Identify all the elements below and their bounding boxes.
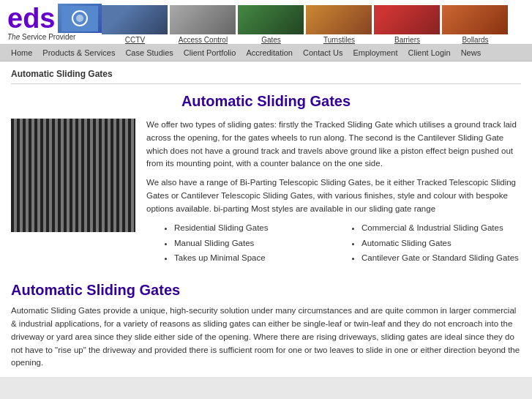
lower-section: Automatic Sliding Gates Automatic Slidin…: [11, 282, 521, 370]
header-label-bollards[interactable]: Bollards: [462, 36, 488, 44]
bullet-left-1: Residential Sliding Gates: [174, 222, 334, 235]
breadcrumb: Automatic Sliding Gates: [11, 69, 521, 84]
bullet-left-3: Takes up Minimal Space: [174, 252, 334, 265]
nav-case-studies[interactable]: Case Studies: [120, 47, 178, 59]
bullet-left-2: Manual Sliding Gates: [174, 237, 334, 250]
bullet-section: Residential Sliding Gates Manual Sliding…: [161, 222, 521, 267]
header-label-cctv[interactable]: CCTV: [125, 36, 145, 44]
header-label-turnstiles[interactable]: Turnstiles: [323, 36, 355, 44]
header-img-bollards[interactable]: Bollards: [442, 5, 508, 44]
gate-image: [11, 119, 135, 232]
header-img-gates[interactable]: Gates: [238, 5, 304, 44]
main-title: Automatic Sliding Gates: [11, 93, 521, 110]
nav-accreditation[interactable]: Accreditation: [241, 47, 298, 59]
header-label-gates[interactable]: Gates: [261, 36, 281, 44]
lower-title: Automatic Sliding Gates: [11, 282, 521, 299]
nav-contact-us[interactable]: Contact Us: [298, 47, 348, 59]
nav-employment[interactable]: Employment: [348, 47, 402, 59]
main-section: Automatic Sliding Gates We offer two typ…: [11, 93, 521, 267]
header-img-access[interactable]: Access Control: [170, 5, 236, 44]
bullet-right-3: Cantilever Gate or Standard Sliding Gate…: [361, 252, 521, 265]
nav-news[interactable]: News: [456, 47, 487, 59]
nav-home[interactable]: Home: [6, 47, 37, 59]
content-body: We offer two types of sliding gates: fir…: [11, 119, 521, 267]
header-img-cctv[interactable]: CCTV: [102, 5, 168, 44]
nav-client-login[interactable]: Client Login: [403, 47, 456, 59]
header-label-access[interactable]: Access Control: [179, 36, 228, 44]
svg-point-2: [76, 15, 83, 22]
page-content: Automatic Sliding Gates Automatic Slidin…: [0, 61, 532, 377]
bullet-col-right: Commercial & Industrial Sliding Gates Au…: [348, 222, 521, 267]
header-img-turnstiles[interactable]: Turnstiles: [306, 5, 372, 44]
nav-products[interactable]: Products & Services: [37, 47, 120, 59]
navigation: Home Products & Services Case Studies Cl…: [0, 45, 532, 61]
logo-image: [58, 4, 102, 33]
header-label-barriers[interactable]: Barriers: [394, 36, 420, 44]
intro-paragraph-2: We also have a range of Bi-Parting Teles…: [146, 176, 521, 215]
text-area: We offer two types of sliding gates: fir…: [146, 119, 521, 267]
bullet-col-left: Residential Sliding Gates Manual Sliding…: [161, 222, 334, 267]
logo-box: eds The Service Provider: [7, 4, 102, 44]
intro-paragraph-1: We offer two types of sliding gates: fir…: [146, 119, 521, 171]
bullet-right-2: Automatic Sliding Gates: [361, 237, 521, 250]
nav-client-portfolio[interactable]: Client Portfolio: [179, 47, 241, 59]
lower-paragraph: Automatic Sliding Gates provide a unique…: [11, 305, 521, 370]
header-img-barriers[interactable]: Barriers: [374, 5, 440, 44]
header-images: CCTV Access Control Gates Turnstiles Bar…: [102, 5, 525, 44]
bullet-right-1: Commercial & Industrial Sliding Gates: [361, 222, 521, 235]
site-header: eds The Service Provider CCTV Access Con…: [0, 0, 532, 45]
logo-subtitle: The Service Provider: [7, 33, 75, 41]
logo-eds[interactable]: eds: [7, 4, 55, 32]
